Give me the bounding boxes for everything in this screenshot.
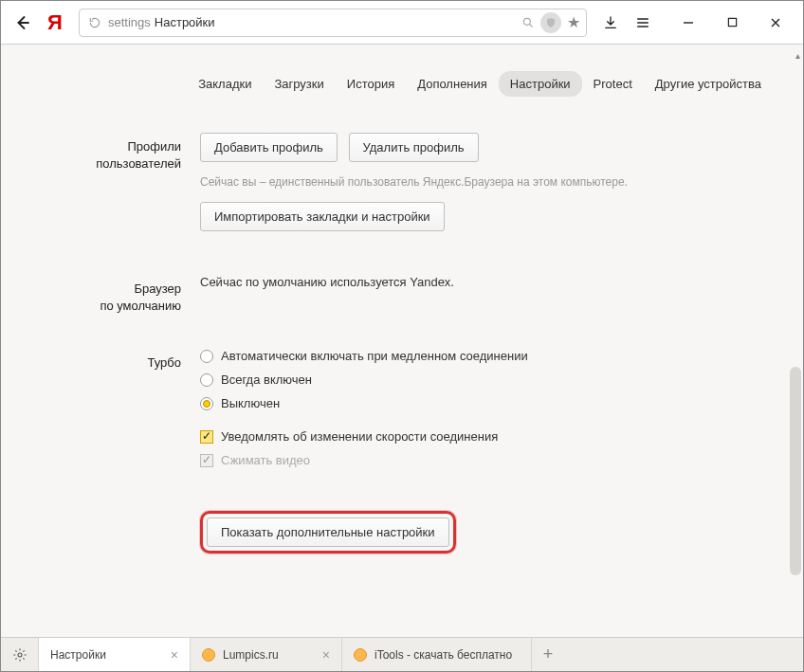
search-icon[interactable] bbox=[521, 16, 535, 29]
profiles-hint-text: Сейчас вы – единственный пользователь Ян… bbox=[200, 175, 773, 189]
back-button[interactable] bbox=[7, 7, 39, 39]
section-title-line2: пользователей bbox=[96, 156, 181, 171]
window-controls bbox=[667, 7, 797, 39]
radio-icon bbox=[200, 397, 213, 410]
show-advanced-settings-button[interactable]: Показать дополнительные настройки bbox=[207, 518, 449, 547]
radio-label: Всегда включен bbox=[221, 372, 312, 387]
section-default-browser: Браузер по умолчанию Сейчас по умолчанию… bbox=[1, 275, 773, 315]
default-browser-text: Сейчас по умолчанию используется Yandex. bbox=[200, 275, 454, 289]
checkbox-label: Сжимать видео bbox=[221, 453, 310, 467]
checkbox-label: Уведомлять об изменении скорости соедине… bbox=[221, 429, 498, 444]
settings-sections: Профили пользователей Добавить профиль У… bbox=[1, 114, 803, 616]
section-profiles-title: Профили пользователей bbox=[1, 133, 200, 241]
scrollbar-thumb[interactable] bbox=[790, 367, 801, 575]
checkbox-icon bbox=[200, 430, 213, 444]
url-scheme: settings bbox=[108, 15, 151, 29]
tab-label: Настройки bbox=[50, 648, 106, 662]
shield-pill-icon[interactable] bbox=[540, 12, 561, 33]
settings-nav-tabs: Закладки Загрузки История Дополнения Нас… bbox=[1, 45, 803, 114]
add-profile-button[interactable]: Добавить профиль bbox=[200, 133, 338, 162]
section-profiles: Профили пользователей Добавить профиль У… bbox=[1, 133, 773, 241]
section-turbo: Турбо Автоматически включать при медленн… bbox=[1, 349, 773, 477]
radio-label: Выключен bbox=[221, 396, 280, 410]
window-minimize-button[interactable] bbox=[667, 7, 710, 39]
turbo-check-notify[interactable]: Уведомлять об изменении скорости соедине… bbox=[200, 429, 773, 444]
section-advanced-body: Показать дополнительные настройки bbox=[200, 511, 773, 554]
checkbox-icon bbox=[200, 454, 213, 467]
section-default-title: Браузер по умолчанию bbox=[1, 275, 200, 315]
maximize-icon bbox=[727, 17, 738, 27]
window-close-button[interactable] bbox=[754, 7, 797, 39]
close-icon bbox=[770, 17, 781, 28]
hamburger-icon bbox=[635, 15, 650, 30]
tab-close-button[interactable]: × bbox=[171, 647, 178, 663]
scroll-up-arrow-icon[interactable]: ▴ bbox=[795, 50, 800, 61]
yandex-logo-icon[interactable]: Я bbox=[39, 7, 71, 39]
arrow-left-icon bbox=[14, 14, 31, 31]
turbo-radio-always[interactable]: Всегда включен bbox=[200, 372, 773, 387]
section-title-line2: по умолчанию bbox=[100, 299, 181, 313]
nav-tab-settings[interactable]: Настройки bbox=[499, 71, 582, 97]
tabstrip-settings-button[interactable] bbox=[1, 638, 39, 671]
tab-label: Lumpics.ru bbox=[223, 648, 279, 662]
tab-lumpics[interactable]: Lumpics.ru × bbox=[191, 638, 342, 671]
reload-icon bbox=[88, 16, 101, 29]
favicon-icon bbox=[354, 648, 367, 662]
reload-button[interactable] bbox=[85, 16, 104, 29]
import-bookmarks-button[interactable]: Импортировать закладки и настройки bbox=[200, 202, 445, 231]
svg-point-2 bbox=[18, 653, 22, 657]
tab-close-button[interactable]: × bbox=[322, 647, 330, 663]
section-profiles-body: Добавить профиль Удалить профиль Сейчас … bbox=[200, 133, 773, 241]
nav-tab-protect[interactable]: Protect bbox=[582, 71, 644, 97]
url-page: Настройки bbox=[155, 15, 215, 29]
tab-label: iTools - скачать бесплатно bbox=[375, 648, 512, 662]
gear-icon bbox=[12, 647, 27, 663]
section-turbo-body: Автоматически включать при медленном сое… bbox=[200, 349, 773, 477]
section-title-line1: Браузер bbox=[134, 282, 181, 296]
turbo-check-compress: Сжимать видео bbox=[200, 453, 773, 467]
section-turbo-title: Турбо bbox=[1, 349, 200, 477]
section-title-line1: Профили bbox=[127, 139, 181, 154]
address-bar[interactable]: settings Настройки ★ bbox=[79, 9, 587, 37]
nav-tab-history[interactable]: История bbox=[336, 71, 406, 97]
favicon-icon bbox=[202, 648, 215, 662]
svg-rect-1 bbox=[728, 18, 736, 26]
download-icon bbox=[603, 15, 618, 30]
bookmark-star-icon[interactable]: ★ bbox=[567, 13, 580, 31]
address-bar-right: ★ bbox=[521, 12, 580, 33]
minimize-icon bbox=[683, 17, 694, 28]
radio-label: Автоматически включать при медленном сое… bbox=[221, 349, 528, 363]
radio-icon bbox=[200, 350, 213, 363]
section-default-body: Сейчас по умолчанию используется Yandex. bbox=[200, 275, 773, 315]
advanced-highlight: Показать дополнительные настройки bbox=[200, 511, 456, 554]
downloads-button[interactable] bbox=[594, 15, 627, 30]
titlebar: Я settings Настройки ★ bbox=[1, 1, 803, 45]
content-area: ▴ Закладки Загрузки История Дополнения Н… bbox=[1, 45, 803, 637]
window-maximize-button[interactable] bbox=[710, 7, 754, 39]
section-advanced-spacer bbox=[1, 511, 200, 554]
new-tab-button[interactable]: + bbox=[532, 638, 564, 671]
nav-tab-bookmarks[interactable]: Закладки bbox=[187, 71, 263, 97]
tab-itools[interactable]: iTools - скачать бесплатно bbox=[342, 638, 532, 671]
delete-profile-button[interactable]: Удалить профиль bbox=[349, 133, 479, 162]
tab-settings[interactable]: Настройки × bbox=[39, 638, 191, 671]
radio-icon bbox=[200, 373, 213, 387]
bottom-tabstrip: Настройки × Lumpics.ru × iTools - скачат… bbox=[1, 637, 803, 671]
menu-button[interactable] bbox=[627, 15, 659, 30]
section-advanced: Показать дополнительные настройки bbox=[1, 511, 773, 554]
nav-tab-devices[interactable]: Другие устройства bbox=[644, 71, 773, 97]
nav-tab-addons[interactable]: Дополнения bbox=[406, 71, 499, 97]
svg-point-0 bbox=[523, 18, 530, 25]
turbo-radio-auto[interactable]: Автоматически включать при медленном сое… bbox=[200, 349, 773, 363]
turbo-radio-off[interactable]: Выключен bbox=[200, 396, 773, 410]
nav-tab-downloads[interactable]: Загрузки bbox=[263, 71, 335, 97]
